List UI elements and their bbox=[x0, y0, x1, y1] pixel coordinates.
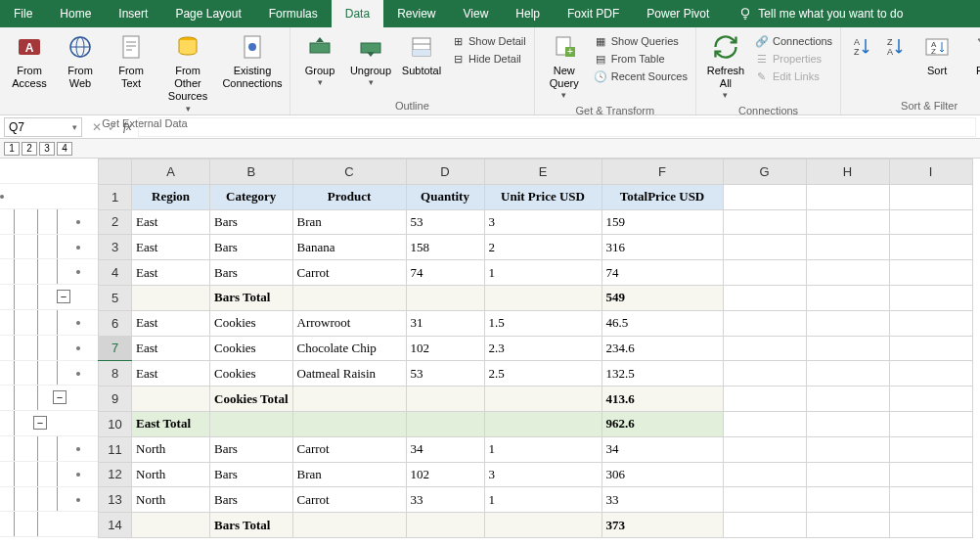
cell[interactable]: 373 bbox=[601, 513, 723, 538]
cell[interactable]: 34 bbox=[601, 436, 723, 462]
cell[interactable]: Bars bbox=[210, 209, 293, 235]
cell[interactable] bbox=[723, 411, 806, 436]
outline-toggle[interactable]: − bbox=[57, 290, 70, 303]
tab-data[interactable]: Data bbox=[332, 0, 383, 27]
cell[interactable]: Bars bbox=[210, 235, 293, 260]
cell[interactable]: East Total bbox=[132, 411, 210, 436]
cell[interactable] bbox=[723, 513, 806, 538]
cell[interactable]: 102 bbox=[406, 336, 484, 361]
cell[interactable]: 549 bbox=[601, 285, 723, 310]
cell[interactable] bbox=[723, 285, 806, 310]
row-header[interactable]: 5 bbox=[99, 285, 132, 310]
cell[interactable]: Carrot bbox=[292, 260, 406, 286]
cell[interactable]: 1 bbox=[484, 436, 601, 462]
row-header[interactable]: 6 bbox=[99, 310, 132, 336]
cell[interactable]: 34 bbox=[406, 436, 484, 462]
cell[interactable] bbox=[889, 285, 972, 310]
from-text-button[interactable]: From Text bbox=[108, 29, 155, 92]
cell[interactable]: 132.5 bbox=[601, 361, 723, 387]
sort-desc-button[interactable]: ZA bbox=[880, 29, 910, 67]
tab-foxit-pdf[interactable]: Foxit PDF bbox=[554, 0, 633, 27]
cell[interactable] bbox=[889, 436, 972, 462]
column-title[interactable]: Category bbox=[210, 184, 293, 209]
outline-level-3[interactable]: 3 bbox=[39, 142, 55, 156]
cell[interactable] bbox=[889, 209, 972, 235]
cell[interactable]: 234.6 bbox=[601, 336, 723, 361]
refresh-all-button[interactable]: Refresh All▾ bbox=[702, 29, 749, 103]
show-detail-button[interactable]: ⊞Show Detail bbox=[449, 33, 528, 49]
cell[interactable]: East bbox=[132, 336, 210, 361]
edit-links-button[interactable]: ✎Edit Links bbox=[753, 68, 834, 84]
cell[interactable] bbox=[406, 513, 484, 538]
cell[interactable] bbox=[806, 387, 889, 412]
cell[interactable] bbox=[806, 436, 889, 462]
cell[interactable] bbox=[889, 411, 972, 436]
cell[interactable] bbox=[292, 513, 406, 538]
cell[interactable] bbox=[292, 411, 406, 436]
tab-home[interactable]: Home bbox=[46, 0, 105, 27]
cell[interactable]: 3 bbox=[484, 209, 601, 235]
cell[interactable]: Cookies bbox=[210, 310, 293, 336]
cell[interactable]: Bars Total bbox=[210, 513, 293, 538]
cell[interactable] bbox=[132, 285, 210, 310]
cell[interactable] bbox=[806, 235, 889, 260]
cell[interactable] bbox=[806, 310, 889, 336]
cell[interactable] bbox=[889, 462, 972, 487]
group-button[interactable]: Group▾ bbox=[296, 29, 343, 90]
cell[interactable]: East bbox=[132, 260, 210, 286]
cell[interactable] bbox=[889, 310, 972, 336]
column-header[interactable]: B bbox=[210, 159, 293, 185]
cell[interactable]: 46.5 bbox=[601, 310, 723, 336]
cell[interactable] bbox=[889, 235, 972, 260]
row-header[interactable]: 12 bbox=[99, 462, 132, 487]
cell[interactable] bbox=[723, 209, 806, 235]
filter-button[interactable]: Filter bbox=[964, 29, 980, 79]
row-header[interactable]: 14 bbox=[99, 513, 132, 538]
tab-formulas[interactable]: Formulas bbox=[255, 0, 332, 27]
column-header[interactable]: E bbox=[484, 159, 601, 185]
cell[interactable]: 33 bbox=[601, 487, 723, 513]
column-header[interactable]: I bbox=[889, 159, 972, 185]
cell[interactable] bbox=[132, 387, 210, 412]
cell[interactable]: 102 bbox=[406, 462, 484, 487]
row-header[interactable]: 10 bbox=[99, 411, 132, 436]
cell[interactable] bbox=[292, 387, 406, 412]
fx-icon[interactable]: fx bbox=[123, 119, 132, 134]
cell[interactable]: 1 bbox=[484, 260, 601, 286]
outline-toggle[interactable]: − bbox=[33, 416, 47, 430]
select-all-corner[interactable] bbox=[99, 159, 132, 185]
row-header[interactable]: 7 bbox=[99, 336, 132, 361]
cell[interactable] bbox=[723, 387, 806, 412]
cell[interactable]: East bbox=[132, 361, 210, 387]
cell[interactable]: North bbox=[132, 436, 210, 462]
cell[interactable] bbox=[889, 387, 972, 412]
sheet-table[interactable]: ABCDEFGHI 1RegionCategoryProductQuantity… bbox=[98, 159, 973, 538]
cell[interactable] bbox=[132, 513, 210, 538]
outline-level-2[interactable]: 2 bbox=[22, 142, 37, 156]
row-header[interactable]: 2 bbox=[99, 209, 132, 235]
cell[interactable]: 74 bbox=[601, 260, 723, 286]
row-header[interactable]: 9 bbox=[99, 387, 132, 412]
cell[interactable] bbox=[806, 260, 889, 286]
column-header[interactable]: D bbox=[406, 159, 484, 185]
cell[interactable] bbox=[806, 361, 889, 387]
row-header[interactable]: 1 bbox=[99, 184, 132, 209]
cell[interactable] bbox=[806, 411, 889, 436]
row-header[interactable]: 4 bbox=[99, 260, 132, 286]
column-title[interactable]: Quantity bbox=[406, 184, 484, 209]
cell[interactable] bbox=[723, 487, 806, 513]
cell[interactable] bbox=[723, 361, 806, 387]
cell[interactable] bbox=[806, 285, 889, 310]
tab-page-layout[interactable]: Page Layout bbox=[161, 0, 254, 27]
enter-formula-icon[interactable]: ✓ bbox=[108, 120, 117, 134]
column-title[interactable]: Unit Price USD bbox=[484, 184, 601, 209]
column-title[interactable]: TotalPrice USD bbox=[601, 184, 723, 209]
column-header[interactable]: H bbox=[806, 159, 889, 185]
cell[interactable]: 2.3 bbox=[484, 336, 601, 361]
cell[interactable] bbox=[292, 285, 406, 310]
hide-detail-button[interactable]: ⊟Hide Detail bbox=[449, 51, 528, 67]
outline-level-1[interactable]: 1 bbox=[4, 142, 20, 156]
cell[interactable]: Cookies bbox=[210, 336, 293, 361]
from-access-button[interactable]: A From Access bbox=[6, 29, 53, 92]
properties-button[interactable]: ☰Properties bbox=[753, 51, 834, 67]
